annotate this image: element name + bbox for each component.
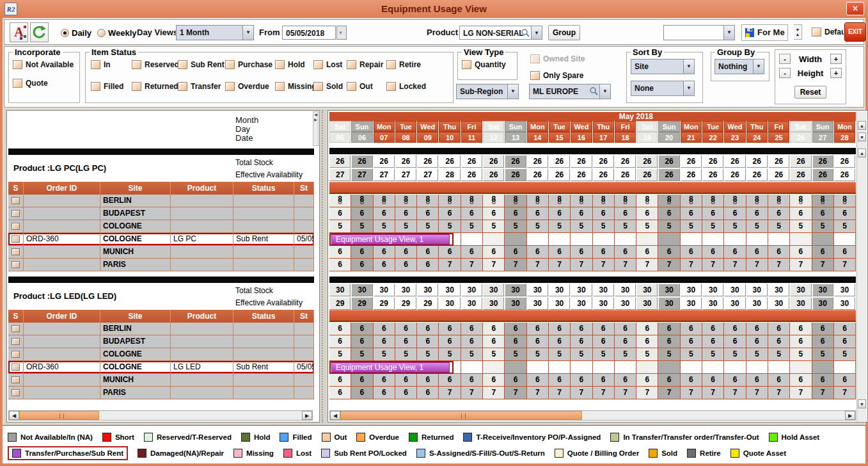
day-header-cell[interactable]: Wed (417, 121, 438, 132)
incorporate-not-available[interactable]: Not Available (13, 60, 75, 69)
column-header-order-id[interactable]: Order ID (24, 310, 100, 323)
chevron-down-icon[interactable]: ▼ (683, 60, 694, 74)
date-header-cell[interactable]: 28 (834, 132, 855, 143)
usage-bar[interactable]: Equipment Usage View, 1 (331, 362, 450, 373)
only-spare-checkbox[interactable]: Only Spare (530, 71, 583, 80)
font-style-button[interactable]: A (10, 22, 28, 42)
scroll-down-icon[interactable]: ▼ (858, 399, 866, 408)
date-header-cell[interactable]: 12 (483, 132, 504, 143)
scrollbar-thumb[interactable] (340, 411, 582, 420)
row-checkbox[interactable] (12, 197, 20, 204)
chevron-down-icon[interactable]: ▼ (753, 60, 764, 74)
usage-bar[interactable]: Equipment Usage View, 1 (331, 234, 450, 245)
scroll-right-icon[interactable]: ▶ (845, 411, 855, 420)
scroll-left-icon[interactable]: ◀ (9, 411, 19, 420)
day-header-cell[interactable]: Tue (549, 121, 570, 132)
day-header-cell[interactable]: Mon (834, 121, 855, 132)
reset-button[interactable]: Reset (794, 86, 826, 99)
day-header-cell[interactable]: Tue (702, 121, 723, 132)
chevron-down-icon[interactable]: ▼ (531, 26, 542, 39)
row-checkbox[interactable] (12, 223, 20, 230)
table-row-paris[interactable]: PARIS (8, 387, 314, 399)
search-icon[interactable] (521, 28, 530, 37)
day-header-cell[interactable]: Thu (593, 121, 614, 132)
row-checkbox[interactable] (12, 376, 20, 383)
grid-splitter[interactable] (322, 110, 326, 422)
chevron-down-icon[interactable]: ▼ (683, 81, 694, 95)
date-header-cell[interactable]: 11 (461, 132, 482, 143)
day-header-cell[interactable]: Sun (658, 121, 679, 132)
status-returned[interactable]: Returned (132, 82, 178, 91)
table-row-budapest[interactable]: BUDAPEST (8, 335, 314, 348)
chevron-down-icon[interactable]: ▼ (599, 84, 610, 99)
column-header-s[interactable]: S (8, 182, 24, 195)
status-in[interactable]: In (91, 60, 132, 69)
right-horizontal-scrollbar[interactable]: ◀ ▶ (329, 410, 856, 421)
column-header-site[interactable]: Site (100, 182, 171, 195)
table-row-berlin[interactable]: BERLIN (8, 195, 314, 207)
table-row-munich[interactable]: MUNICH (8, 374, 314, 387)
row-checkbox[interactable] (12, 210, 20, 217)
group-by-select[interactable]: Nothing▼ (714, 59, 764, 74)
column-header-status[interactable]: Status (233, 310, 294, 323)
row-checkbox[interactable] (12, 389, 20, 396)
status-reserved[interactable]: Reserved (132, 60, 178, 69)
width-minus-button[interactable]: - (779, 54, 791, 64)
row-checkbox[interactable] (12, 236, 20, 243)
day-header-cell[interactable]: Sat (329, 121, 351, 132)
status-lost[interactable]: Lost (313, 60, 347, 69)
date-header-cell[interactable]: 19 (636, 132, 658, 143)
date-header-cell[interactable]: 22 (702, 132, 723, 143)
group-button[interactable]: Group (548, 25, 580, 40)
calendar-row-ord-360[interactable]: Equipment Usage View, 1 (329, 361, 856, 374)
from-date-input[interactable]: 05/05/2018 (282, 26, 336, 40)
radio-daily[interactable]: Daily (61, 20, 91, 45)
row-checkbox[interactable] (12, 364, 20, 371)
date-header-cell[interactable]: 08 (395, 132, 416, 143)
day-header-cell[interactable]: Thu (439, 121, 460, 132)
scrollbar-thumb[interactable] (19, 411, 99, 420)
column-header-st[interactable]: St (294, 182, 314, 195)
incorporate-quote[interactable]: Quote (13, 79, 75, 88)
scroll-right-icon[interactable]: ▶ (302, 411, 312, 420)
day-header-cell[interactable]: Mon (374, 121, 395, 132)
date-header-cell[interactable]: 21 (681, 132, 702, 143)
table-row-cologne[interactable]: COLOGNE (8, 348, 314, 361)
date-header-cell[interactable]: 14 (527, 132, 548, 143)
day-header-cell[interactable]: Mon (527, 121, 548, 132)
date-header-cell[interactable]: 25 (768, 132, 789, 143)
status-overdue[interactable]: Overdue (225, 82, 275, 91)
radio-weekly[interactable]: Weekly (97, 20, 137, 45)
day-header-cell[interactable]: Sun (812, 121, 833, 132)
quantity-checkbox[interactable]: Quantity (462, 60, 517, 69)
column-header-order-id[interactable]: Order ID (24, 182, 100, 195)
date-header-cell[interactable]: 26 (790, 132, 811, 143)
height-plus-button[interactable]: + (830, 68, 842, 78)
status-purchase[interactable]: Purchase (225, 60, 275, 69)
view-spinner[interactable]: ▼▲ (794, 24, 802, 40)
table-row-cologne[interactable]: ORD-360COLOGNELG LEDSub Rent05/05/2 (8, 361, 314, 374)
column-header-product[interactable]: Product (171, 310, 233, 323)
column-header-site[interactable]: Site (100, 310, 171, 323)
table-row-cologne[interactable]: COLOGNE (8, 220, 314, 233)
date-header-cell[interactable]: 13 (505, 132, 526, 143)
right-vertical-scrollbar[interactable]: ▲ ▼ ▲ ▼ (856, 111, 867, 421)
row-checkbox[interactable] (12, 248, 20, 255)
row-checkbox[interactable] (12, 351, 20, 358)
table-row-berlin[interactable]: BERLIN (8, 323, 314, 335)
day-header-cell[interactable]: Mon (681, 121, 702, 132)
day-header-cell[interactable]: Sun (505, 121, 526, 132)
region-value-select[interactable]: ML EUROPE ▼ (529, 84, 611, 99)
date-header-cell[interactable]: 05 (329, 132, 351, 143)
close-icon[interactable]: × (846, 2, 864, 15)
table-row-paris[interactable]: PARIS (8, 259, 314, 271)
left-horizontal-scrollbar[interactable]: ◀ ▶ (8, 410, 313, 421)
row-checkbox[interactable] (12, 261, 20, 268)
date-header-cell[interactable]: 24 (746, 132, 768, 143)
height-minus-button[interactable]: - (779, 68, 791, 78)
status-missing[interactable]: Missing (275, 82, 313, 91)
sort-secondary-select[interactable]: None▼ (631, 81, 695, 96)
exit-button[interactable]: EXIT (844, 22, 866, 42)
status-repair[interactable]: Repair (347, 60, 386, 69)
date-header-cell[interactable]: 15 (549, 132, 570, 143)
